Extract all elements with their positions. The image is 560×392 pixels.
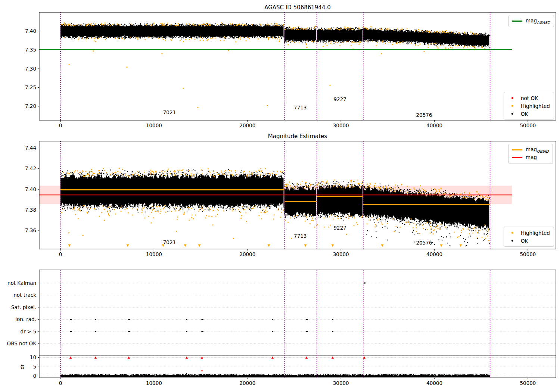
obsid-label: 9227 xyxy=(334,225,346,231)
flag-row-label: not Kalman xyxy=(7,280,36,286)
flag-row-label: Ion. rad. xyxy=(15,316,36,322)
obsid-label: 7021 xyxy=(163,109,176,115)
svg-text:10000: 10000 xyxy=(146,251,162,257)
dr-not-ok-points xyxy=(69,357,365,371)
svg-text:7.25: 7.25 xyxy=(25,84,36,90)
legend-mag-agasc: magAGASC xyxy=(508,15,554,27)
svg-text:40000: 40000 xyxy=(426,122,442,128)
svg-text:0: 0 xyxy=(59,251,62,257)
highlighted-dot-sample xyxy=(507,105,517,107)
svg-text:40000: 40000 xyxy=(426,251,442,257)
figure: 7021771392272057601000020000300004000050… xyxy=(0,0,560,392)
legend-label: Highlighted xyxy=(521,230,550,236)
flag-points xyxy=(70,282,365,332)
obsid-label: 20576 xyxy=(416,112,432,118)
svg-text:7.44: 7.44 xyxy=(25,145,36,151)
svg-text:30000: 30000 xyxy=(333,122,349,128)
svg-text:40000: 40000 xyxy=(426,380,442,386)
mag-agasc-line-sample xyxy=(512,21,522,22)
svg-text:7.35: 7.35 xyxy=(25,47,36,53)
below-range-markers xyxy=(68,245,462,247)
svg-text:10: 10 xyxy=(30,354,36,360)
svg-text:0: 0 xyxy=(33,373,36,379)
dr-axis-label: dr xyxy=(19,364,25,370)
legend-label: not OK xyxy=(521,95,538,101)
flag-row-label: dr > 5 xyxy=(20,329,36,335)
plot-1-series xyxy=(39,12,512,120)
svg-text:20000: 20000 xyxy=(239,251,255,257)
plot-1: 7021771392272057601000020000300004000050… xyxy=(25,12,556,128)
svg-text:7.40: 7.40 xyxy=(25,186,36,192)
svg-text:5: 5 xyxy=(33,364,36,370)
legend-label: OK xyxy=(521,238,528,244)
svg-text:7.42: 7.42 xyxy=(25,165,36,171)
legend-item-ok-2: OK xyxy=(507,237,550,245)
plot-3: 01000020000300004000050000not Kalmannot … xyxy=(7,270,556,386)
mag-obsid-line-sample xyxy=(512,149,522,150)
obsid-label: 20576 xyxy=(416,240,432,246)
obsid-label: 9227 xyxy=(334,96,346,102)
mag-line-sample xyxy=(512,157,522,158)
flag-row-label: not track xyxy=(13,292,36,298)
legend-label: OK xyxy=(521,111,528,117)
svg-text:10000: 10000 xyxy=(146,380,162,386)
legend-item-mag-agasc: magAGASC xyxy=(512,17,550,25)
legend-item-highlighted: Highlighted xyxy=(507,102,550,110)
legend-label: mag xyxy=(526,154,537,161)
svg-text:7.20: 7.20 xyxy=(25,103,36,109)
plots-canvas: 7021771392272057601000020000300004000050… xyxy=(0,0,560,392)
not-ok-dot-sample xyxy=(507,97,517,99)
legend-item-highlighted-2: Highlighted xyxy=(507,229,550,237)
svg-text:0: 0 xyxy=(59,122,62,128)
legend-point-status-2: Highlighted OK xyxy=(504,227,554,247)
highlighted-dot-sample xyxy=(507,232,517,234)
obsid-label: 7713 xyxy=(294,233,307,239)
legend-item-mag-obsid: magOBSID xyxy=(512,146,549,154)
svg-text:20000: 20000 xyxy=(239,122,255,128)
svg-text:7.30: 7.30 xyxy=(25,66,36,72)
svg-text:7.36: 7.36 xyxy=(25,227,36,233)
plot-2-series xyxy=(39,141,512,249)
legend-label: magAGASC xyxy=(526,18,550,25)
plot2-title: Magnitude Estimates xyxy=(268,133,327,140)
svg-text:30000: 30000 xyxy=(333,380,349,386)
svg-text:7.40: 7.40 xyxy=(25,28,36,34)
obsid-label: 7713 xyxy=(294,105,307,111)
svg-text:50000: 50000 xyxy=(520,251,536,257)
flag-row-label: OBS not OK xyxy=(7,340,37,346)
svg-text:7.38: 7.38 xyxy=(25,207,36,213)
svg-text:0: 0 xyxy=(59,380,62,386)
legend-label: magOBSID xyxy=(526,146,549,153)
legend-item-ok: OK xyxy=(507,110,550,118)
legend-point-status: not OK Highlighted OK xyxy=(504,92,554,120)
flag-row-label: Sat. pixel. xyxy=(11,304,36,310)
legend-item-not-ok: not OK xyxy=(507,94,550,102)
legend-label: Highlighted xyxy=(521,103,550,109)
svg-text:20000: 20000 xyxy=(239,380,255,386)
ok-dot-sample xyxy=(507,240,517,242)
ok-dot-sample xyxy=(507,113,517,115)
svg-text:50000: 50000 xyxy=(520,122,536,128)
obsid-label: 7021 xyxy=(163,239,176,245)
legend-mag-lines: magOBSID mag xyxy=(508,144,553,164)
svg-text:30000: 30000 xyxy=(333,251,349,257)
legend-item-mag: mag xyxy=(512,154,549,162)
plot-2: 7021771392272057601000020000300004000050… xyxy=(25,141,556,257)
dr-points xyxy=(60,373,489,377)
plot1-title: AGASC ID 506861944.0 xyxy=(264,4,331,11)
svg-text:50000: 50000 xyxy=(520,380,536,386)
svg-text:10000: 10000 xyxy=(146,122,162,128)
